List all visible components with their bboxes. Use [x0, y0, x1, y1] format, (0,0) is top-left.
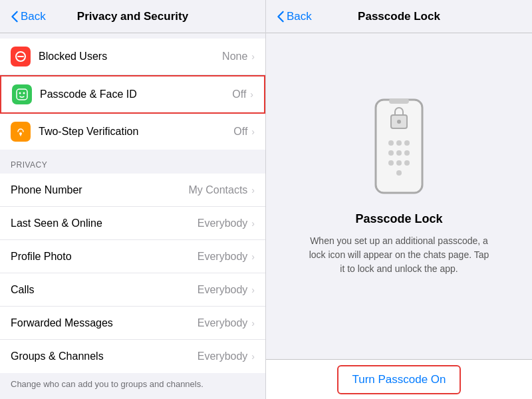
phone-illustration	[366, 96, 432, 196]
phone-number-value: My Contacts	[188, 184, 247, 196]
svg-rect-7	[376, 100, 422, 193]
svg-point-17	[388, 160, 394, 166]
passcode-face-id-label: Passcode & Face ID	[40, 88, 232, 100]
last-seen-value: Everybody	[198, 217, 248, 229]
blocked-users-label: Blocked Users	[39, 51, 222, 63]
forwarded-messages-chevron: ›	[251, 318, 255, 329]
groups-channels-label: Groups & Channels	[11, 350, 198, 362]
profile-photo-label: Profile Photo	[11, 251, 198, 263]
svg-point-15	[396, 150, 402, 156]
profile-photo-chevron: ›	[251, 251, 255, 262]
left-nav-title: Privacy and Security	[77, 10, 188, 23]
passcode-face-id-icon	[12, 84, 32, 104]
last-seen-label: Last Seen & Online	[11, 217, 198, 229]
svg-point-18	[396, 160, 402, 166]
right-nav-title: Passcode Lock	[358, 10, 440, 23]
right-nav-header: Back Passcode Lock	[266, 0, 532, 33]
forwarded-messages-row[interactable]: Forwarded Messages Everybody ›	[0, 307, 265, 340]
passcode-highlight-wrapper: Passcode & Face ID Off ›	[0, 75, 265, 114]
left-nav-header: Back Privacy and Security	[0, 0, 265, 33]
phone-number-row[interactable]: Phone Number My Contacts ›	[0, 174, 265, 207]
two-step-row[interactable]: Two-Step Verification Off ›	[0, 114, 265, 150]
left-back-button[interactable]: Back	[11, 10, 46, 23]
passcode-face-id-row[interactable]: Passcode & Face ID Off ›	[1, 76, 264, 112]
calls-value: Everybody	[198, 284, 248, 296]
svg-point-16	[404, 150, 410, 156]
passcode-lock-title: Passcode Lock	[355, 212, 442, 226]
privacy-section: PRIVACY Phone Number My Contacts › Last …	[0, 150, 265, 399]
svg-point-13	[404, 140, 410, 146]
forwarded-messages-value: Everybody	[198, 317, 248, 329]
two-step-icon	[11, 122, 31, 142]
profile-photo-row[interactable]: Profile Photo Everybody ›	[0, 240, 265, 273]
forwarded-messages-label: Forwarded Messages	[11, 317, 198, 329]
blocked-users-chevron: ›	[251, 51, 255, 62]
groups-channels-value: Everybody	[198, 350, 248, 362]
blocked-users-value: None	[222, 51, 247, 63]
top-settings-group: Blocked Users None › Passcode & Fac	[0, 39, 265, 150]
passcode-face-id-chevron: ›	[250, 89, 253, 100]
privacy-section-label: PRIVACY	[0, 150, 265, 174]
groups-channels-chevron: ›	[251, 351, 255, 362]
last-seen-chevron: ›	[251, 218, 255, 229]
svg-point-10	[397, 120, 401, 124]
svg-point-3	[23, 92, 25, 94]
svg-point-11	[388, 140, 394, 146]
left-panel: Back Privacy and Security Blocked Users …	[0, 0, 266, 399]
svg-point-2	[19, 92, 21, 94]
calls-label: Calls	[11, 284, 198, 296]
section-footer: Change who can add you to groups and cha…	[0, 373, 265, 399]
passcode-lock-description: When you set up an additional passcode, …	[306, 234, 492, 276]
groups-channels-row[interactable]: Groups & Channels Everybody ›	[0, 340, 265, 373]
left-back-label: Back	[21, 10, 46, 23]
last-seen-row[interactable]: Last Seen & Online Everybody ›	[0, 207, 265, 240]
svg-rect-8	[389, 98, 409, 104]
right-content: Passcode Lock When you set up an additio…	[266, 33, 532, 359]
profile-photo-value: Everybody	[198, 251, 248, 263]
privacy-group: Phone Number My Contacts › Last Seen & O…	[0, 174, 265, 373]
svg-point-19	[404, 160, 410, 166]
right-back-label: Back	[287, 10, 312, 23]
svg-point-20	[396, 170, 402, 176]
two-step-value: Off	[233, 126, 247, 138]
two-step-label: Two-Step Verification	[39, 126, 233, 138]
phone-number-label: Phone Number	[11, 184, 188, 196]
calls-chevron: ›	[251, 285, 255, 295]
passcode-face-id-value: Off	[232, 88, 246, 100]
blocked-users-icon	[11, 47, 31, 66]
right-panel: Back Passcode Lock Passcode Loc	[266, 0, 532, 399]
svg-rect-4	[17, 89, 27, 100]
right-back-button[interactable]: Back	[277, 10, 312, 23]
calls-row[interactable]: Calls Everybody ›	[0, 273, 265, 307]
bottom-bar: Turn Passcode On	[266, 359, 532, 399]
two-step-chevron: ›	[251, 126, 255, 137]
svg-point-14	[388, 150, 394, 156]
svg-point-12	[396, 140, 402, 146]
blocked-users-row[interactable]: Blocked Users None ›	[0, 39, 265, 75]
left-content: Blocked Users None › Passcode & Fac	[0, 33, 265, 399]
turn-passcode-on-button[interactable]: Turn Passcode On	[337, 365, 460, 394]
phone-number-chevron: ›	[251, 185, 255, 196]
